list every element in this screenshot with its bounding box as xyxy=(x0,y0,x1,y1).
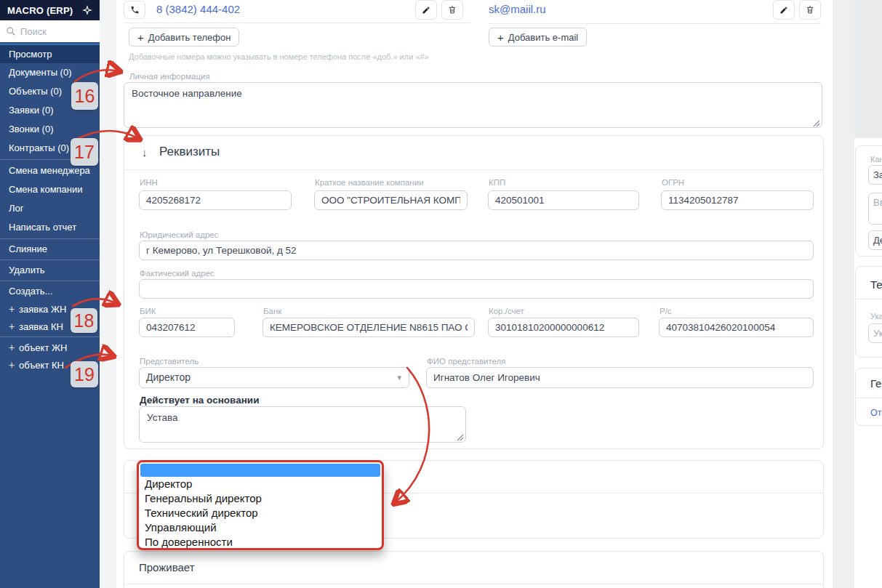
delete-phone-button[interactable] xyxy=(441,0,463,20)
ogrn-input[interactable] xyxy=(661,190,814,210)
right-card-tags: Тег Указ Ук xyxy=(855,266,882,358)
sidebar-item-view[interactable]: Просмотр xyxy=(0,44,100,63)
channel-input[interactable]: За xyxy=(868,165,882,185)
sidebar-divider xyxy=(0,281,100,281)
page-gutter xyxy=(100,0,116,588)
delete-email-button[interactable] xyxy=(799,0,821,20)
bank-label: Банк xyxy=(263,307,281,315)
account-label: Р/с xyxy=(660,307,672,315)
basis-textarea[interactable]: Устава xyxy=(139,406,466,443)
representative-name-input[interactable] xyxy=(426,367,814,388)
tags-input[interactable]: Ук xyxy=(868,323,882,343)
sidebar-item-change-company[interactable]: Смена компании xyxy=(0,180,100,199)
channel-textarea[interactable]: Вв xyxy=(868,193,882,225)
page: MACRO (ERP) Просмотр Документы (0) Объек… xyxy=(0,0,882,588)
phone-button[interactable] xyxy=(124,1,145,19)
email-link[interactable]: sk@maiil.ru xyxy=(489,3,546,15)
right-card-generator: Ген Отк xyxy=(855,368,882,426)
bank-input[interactable] xyxy=(262,318,475,337)
email-divider xyxy=(489,23,821,24)
phone-hint: Добавочные номера можно указывать в номе… xyxy=(129,52,429,61)
sidebar-item-merge[interactable]: Слияние xyxy=(0,241,100,258)
requisites-title: Реквизиты xyxy=(159,145,220,159)
sidebar-item-new-object-zhn[interactable]: +объект ЖН xyxy=(0,339,100,356)
sidebar-item-label: объект КН xyxy=(19,360,64,371)
phone-divider xyxy=(124,23,470,23)
tags-label: Указ xyxy=(870,312,882,321)
dropdown-option[interactable]: Генеральный директор xyxy=(139,491,382,506)
right-card-channel: Кан За Вв Де xyxy=(855,145,882,257)
sidebar-item-label: заявка КН xyxy=(19,321,63,332)
corr-account-label: Кор./счет xyxy=(489,307,524,315)
residence-title: Проживает xyxy=(139,561,195,573)
actual-address-input[interactable] xyxy=(139,279,814,299)
channel-label: Кан xyxy=(870,155,882,164)
dropdown-option[interactable]: Директор xyxy=(139,477,382,491)
requisites-header-divider xyxy=(124,169,823,170)
channel-button[interactable]: Де xyxy=(868,230,882,250)
sidebar-item-documents[interactable]: Документы (0) xyxy=(0,63,100,82)
kpp-label: КПП xyxy=(489,178,505,187)
add-phone-button[interactable]: + Добавить телефон xyxy=(129,28,239,47)
sidebar-divider xyxy=(0,337,100,337)
residence-card: Проживает xyxy=(124,551,824,588)
map-placeholder xyxy=(854,0,882,138)
bik-input[interactable] xyxy=(139,318,235,337)
sidebar-header: MACRO (ERP) xyxy=(0,0,100,20)
generator-title: Ген xyxy=(870,377,882,390)
edit-email-button[interactable] xyxy=(773,0,795,20)
personal-info-textarea[interactable]: Восточное направление xyxy=(124,82,822,128)
plus-icon: + xyxy=(497,31,504,44)
edit-phone-button[interactable] xyxy=(415,0,437,20)
sidebar-item-label: объект ЖН xyxy=(19,342,67,353)
plus-icon: + xyxy=(9,339,19,356)
kpp-input[interactable] xyxy=(488,190,639,210)
sidebar-item-calls[interactable]: Звонки (0) xyxy=(0,120,100,139)
right-panel: Кан За Вв Де Тег Указ Ук Ген Отк xyxy=(854,0,882,588)
right-gutter xyxy=(833,0,854,588)
collapse-arrow-icon[interactable]: ↓ xyxy=(142,146,148,158)
requisites-card: ↓ Реквизиты ИНН Краткое название компани… xyxy=(124,135,824,449)
search-input[interactable] xyxy=(20,26,89,37)
representative-name-label: ФИО представителя xyxy=(427,357,506,366)
sidebar-item-write-report[interactable]: Написать отчет xyxy=(0,218,100,237)
account-input[interactable] xyxy=(659,318,814,337)
sidebar-item-create[interactable]: Создать... xyxy=(0,283,100,300)
trash-icon xyxy=(448,5,457,15)
annotation-badge-18: 18 xyxy=(71,308,97,333)
plus-icon: + xyxy=(9,356,19,374)
dropdown-option[interactable]: Технический директор xyxy=(139,506,382,520)
residence-divider xyxy=(124,584,823,584)
dropdown-option[interactable]: По доверенности xyxy=(139,535,382,549)
dropdown-highlighted-empty-option[interactable] xyxy=(140,464,380,477)
inn-label: ИНН xyxy=(140,178,158,187)
plus-icon: + xyxy=(9,318,19,335)
add-email-button[interactable]: + Добавить e-mail xyxy=(489,28,587,47)
sidebar-item-delete[interactable]: Удалить xyxy=(0,262,100,279)
phone-number-link[interactable]: 8 (3842) 444-402 xyxy=(156,3,240,15)
personal-info-label: Личная информация xyxy=(129,72,210,81)
sidebar-divider xyxy=(0,259,100,260)
representative-select[interactable]: Директор ▾ xyxy=(139,367,409,388)
phone-icon xyxy=(130,5,140,15)
add-email-label: Добавить e-mail xyxy=(508,32,578,43)
pin-icon[interactable] xyxy=(82,5,92,15)
inn-input[interactable] xyxy=(139,190,292,210)
basis-label: Действует на основании xyxy=(140,395,259,406)
sidebar-divider xyxy=(0,238,100,239)
sidebar-item-label: заявка ЖН xyxy=(19,304,66,315)
annotation-badge-17: 17 xyxy=(71,138,98,166)
representative-dropdown: Директор Генеральный директор Технически… xyxy=(137,460,384,550)
corr-account-input[interactable] xyxy=(488,318,639,337)
generator-divider xyxy=(856,398,882,398)
actual-address-label: Фактический адрес xyxy=(140,269,215,278)
generator-link[interactable]: Отк xyxy=(870,408,882,418)
app-title: MACRO (ERP) xyxy=(7,5,73,16)
dropdown-option[interactable]: Управляющий xyxy=(139,520,382,535)
company-short-name-input[interactable] xyxy=(314,190,468,210)
tags-title: Тег xyxy=(870,278,882,291)
sidebar-item-log[interactable]: Лог xyxy=(0,199,100,218)
search-icon xyxy=(6,26,16,36)
legal-address-input[interactable] xyxy=(139,241,814,260)
plus-icon: + xyxy=(9,300,19,318)
